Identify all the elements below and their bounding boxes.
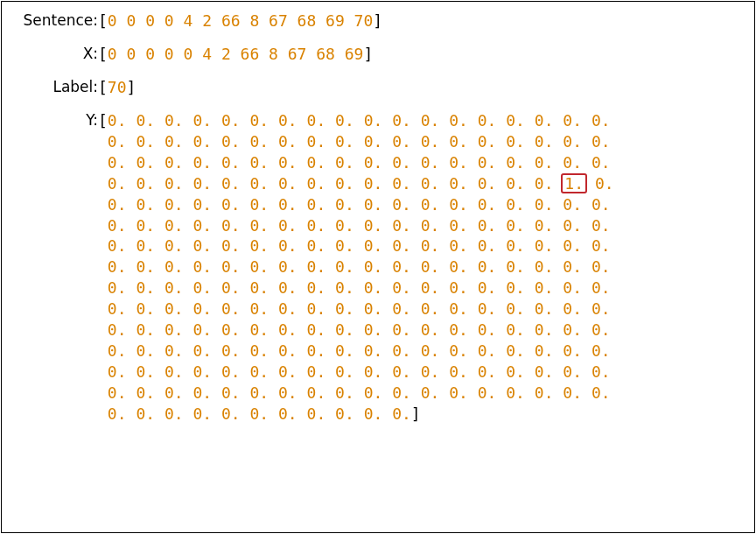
sentence-array: 0 0 0 0 4 2 66 8 67 68 69 70: [108, 11, 373, 30]
y-highlighted-value: 1.: [561, 173, 587, 194]
label-y: Y:: [14, 110, 98, 130]
row-x: X: [0 0 0 0 0 4 2 66 8 67 68 69]: [14, 44, 742, 65]
x-array: 0 0 0 0 0 4 2 66 8 67 68 69: [108, 45, 364, 63]
output-frame: Sentence: [0 0 0 0 4 2 66 8 67 68 69 70]…: [1, 1, 755, 533]
value-y: [0. 0. 0. 0. 0. 0. 0. 0. 0. 0. 0. 0. 0. …: [98, 110, 742, 425]
row-y: Y: [0. 0. 0. 0. 0. 0. 0. 0. 0. 0. 0. 0. …: [14, 110, 742, 425]
label-sentence: Sentence:: [14, 11, 98, 31]
value-x: [0 0 0 0 0 4 2 66 8 67 68 69]: [98, 44, 742, 65]
label-label: Label:: [14, 77, 98, 97]
row-sentence: Sentence: [0 0 0 0 4 2 66 8 67 68 69 70]: [14, 11, 742, 32]
row-label: Label: [70]: [14, 77, 742, 98]
label-array: 70: [108, 78, 127, 96]
label-x: X:: [14, 44, 98, 64]
value-sentence: [0 0 0 0 4 2 66 8 67 68 69 70]: [98, 11, 742, 32]
value-label: [70]: [98, 77, 742, 98]
